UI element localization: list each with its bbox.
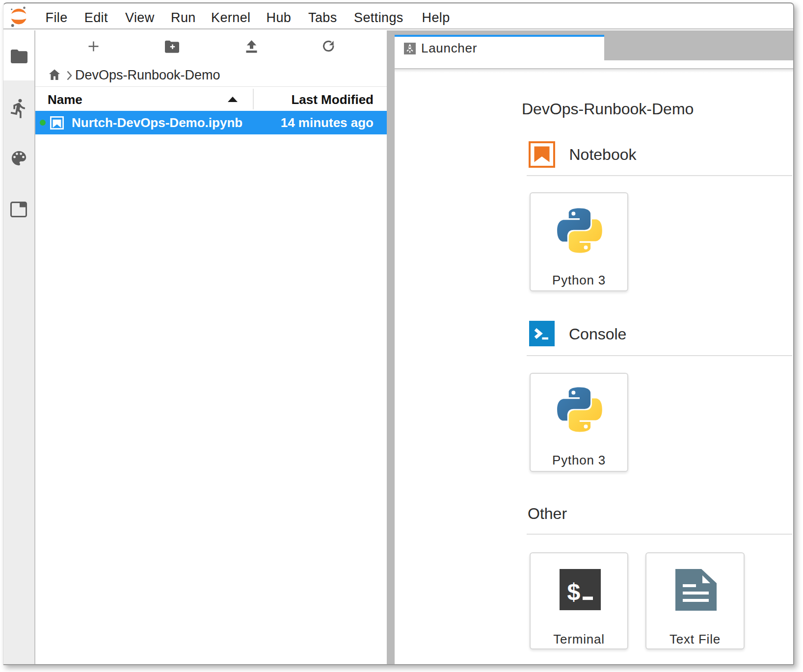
svg-text:$: $ [567,579,581,605]
